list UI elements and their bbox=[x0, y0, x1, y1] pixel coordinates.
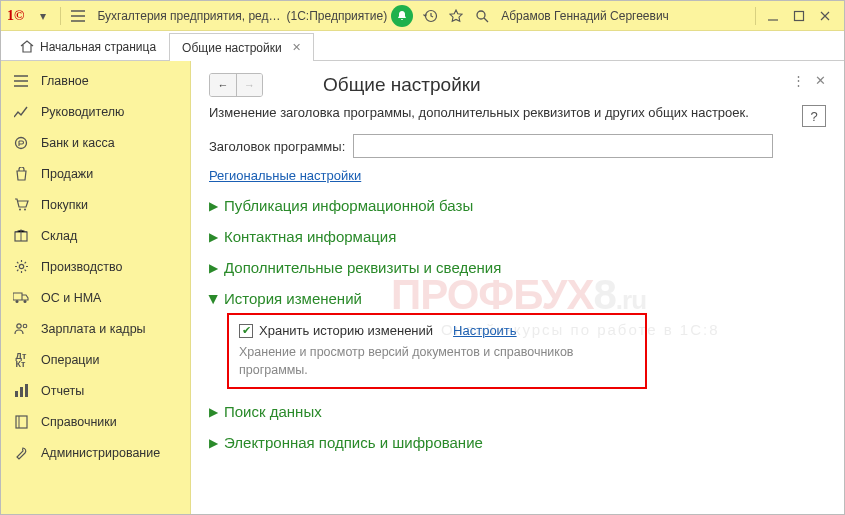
chevron-right-icon: ▶ bbox=[209, 405, 218, 419]
sidebar-item-label: Главное bbox=[41, 74, 89, 88]
tab-label: Начальная страница bbox=[40, 40, 156, 54]
section-title: История изменений bbox=[224, 290, 362, 307]
section-signature[interactable]: ▶ Электронная подпись и шифрование bbox=[209, 434, 826, 451]
chevron-right-icon: ▶ bbox=[209, 261, 218, 275]
svg-point-10 bbox=[16, 324, 20, 328]
page-title: Общие настройки bbox=[323, 74, 481, 96]
checkbox-label: Хранить историю изменений bbox=[259, 323, 433, 338]
configure-link[interactable]: Настроить bbox=[453, 323, 517, 338]
tabs-bar: Начальная страница Общие настройки ✕ bbox=[1, 31, 844, 61]
sidebar-item-label: Отчеты bbox=[41, 384, 84, 398]
coin-icon bbox=[13, 135, 29, 151]
section-extra[interactable]: ▶ Дополнительные реквизиты и сведения bbox=[209, 259, 826, 276]
menu-icon[interactable] bbox=[67, 5, 89, 27]
platform-label: (1С:Предприятие) bbox=[287, 9, 388, 23]
sidebar-item-production[interactable]: Производство bbox=[1, 251, 190, 282]
cart-icon bbox=[13, 197, 29, 213]
svg-rect-2 bbox=[795, 11, 804, 20]
forward-button[interactable]: → bbox=[236, 74, 262, 96]
field-label: Заголовок программы: bbox=[209, 139, 345, 154]
sidebar-item-purchases[interactable]: Покупки bbox=[1, 189, 190, 220]
page-description: Изменение заголовка программы, дополните… bbox=[209, 105, 826, 120]
program-title-input[interactable] bbox=[353, 134, 773, 158]
sidebar-item-assets[interactable]: ОС и НМА bbox=[1, 282, 190, 313]
svg-point-9 bbox=[24, 300, 27, 303]
sidebar-item-operations[interactable]: ДтКт Операции bbox=[1, 344, 190, 375]
svg-rect-15 bbox=[16, 416, 27, 428]
maximize-button[interactable] bbox=[788, 5, 810, 27]
minimize-button[interactable] bbox=[762, 5, 784, 27]
sidebar-item-label: Администрирование bbox=[41, 446, 160, 460]
box-icon bbox=[13, 228, 29, 244]
app-title: Бухгалтерия предприятия, ред… bbox=[97, 9, 280, 23]
sidebar-item-reports[interactable]: Отчеты bbox=[1, 375, 190, 406]
people-icon bbox=[13, 321, 29, 337]
sidebar-item-label: Справочники bbox=[41, 415, 117, 429]
dtkt-icon: ДтКт bbox=[13, 352, 29, 368]
close-tab-icon[interactable]: ✕ bbox=[292, 41, 301, 54]
chevron-right-icon: ▶ bbox=[209, 436, 218, 450]
svg-point-7 bbox=[19, 264, 23, 268]
section-publication[interactable]: ▶ Публикация информационной базы bbox=[209, 197, 826, 214]
close-window-button[interactable] bbox=[814, 5, 836, 27]
search-icon[interactable] bbox=[471, 5, 493, 27]
title-bar: 1© ▾ Бухгалтерия предприятия, ред… (1С:П… bbox=[1, 1, 844, 31]
section-title: Публикация информационной базы bbox=[224, 197, 473, 214]
sidebar-item-bank[interactable]: Банк и касса bbox=[1, 127, 190, 158]
sidebar-item-label: Зарплата и кадры bbox=[41, 322, 146, 336]
sidebar-item-salary[interactable]: Зарплата и кадры bbox=[1, 313, 190, 344]
svg-point-4 bbox=[19, 209, 21, 211]
section-contact[interactable]: ▶ Контактная информация bbox=[209, 228, 826, 245]
sidebar-item-admin[interactable]: Администрирование bbox=[1, 437, 190, 468]
sidebar-item-label: Банк и касса bbox=[41, 136, 115, 150]
menu-lines-icon bbox=[13, 73, 29, 89]
close-content-icon[interactable]: ✕ bbox=[815, 73, 826, 88]
section-title: Дополнительные реквизиты и сведения bbox=[224, 259, 501, 276]
svg-point-11 bbox=[23, 324, 27, 328]
bag-icon bbox=[13, 166, 29, 182]
bars-icon bbox=[13, 383, 29, 399]
tab-home[interactable]: Начальная страница bbox=[7, 32, 169, 60]
sidebar-item-warehouse[interactable]: Склад bbox=[1, 220, 190, 251]
section-search[interactable]: ▶ Поиск данных bbox=[209, 403, 826, 420]
gear-icon bbox=[13, 259, 29, 275]
trend-icon bbox=[13, 104, 29, 120]
app-logo: 1© bbox=[7, 8, 24, 24]
star-icon[interactable] bbox=[445, 5, 467, 27]
book-icon bbox=[13, 414, 29, 430]
tab-label: Общие настройки bbox=[182, 41, 282, 55]
store-history-checkbox[interactable]: ✔ bbox=[239, 324, 253, 338]
content-area: ПРОФБУХ8.ru Онлайн-курсы по работе в 1С:… bbox=[191, 61, 844, 514]
history-highlight-box: ✔ Хранить историю изменений Настроить Хр… bbox=[227, 313, 647, 389]
svg-point-5 bbox=[24, 209, 26, 211]
sidebar-item-label: Продажи bbox=[41, 167, 93, 181]
dropdown-icon[interactable]: ▾ bbox=[32, 5, 54, 27]
section-title: Контактная информация bbox=[224, 228, 396, 245]
notification-bell-icon[interactable] bbox=[391, 5, 413, 27]
nav-arrows: ← → bbox=[209, 73, 263, 97]
home-icon bbox=[20, 40, 34, 53]
tab-settings[interactable]: Общие настройки ✕ bbox=[169, 33, 314, 61]
sidebar-item-label: Склад bbox=[41, 229, 77, 243]
svg-point-1 bbox=[477, 11, 485, 19]
section-title: Поиск данных bbox=[224, 403, 322, 420]
more-icon[interactable]: ⋮ bbox=[792, 73, 805, 88]
sidebar-item-main[interactable]: Главное bbox=[1, 65, 190, 96]
user-label[interactable]: Абрамов Геннадий Сергеевич bbox=[501, 9, 751, 23]
truck-icon bbox=[13, 290, 29, 306]
svg-rect-14 bbox=[25, 384, 28, 397]
sidebar-item-sales[interactable]: Продажи bbox=[1, 158, 190, 189]
sidebar-item-label: Покупки bbox=[41, 198, 88, 212]
sidebar-item-refs[interactable]: Справочники bbox=[1, 406, 190, 437]
chevron-right-icon: ▶ bbox=[209, 230, 218, 244]
svg-rect-12 bbox=[15, 391, 18, 397]
sidebar-item-label: Руководителю bbox=[41, 105, 124, 119]
regional-settings-link[interactable]: Региональные настройки bbox=[209, 168, 361, 183]
chevron-right-icon: ▶ bbox=[209, 199, 218, 213]
back-button[interactable]: ← bbox=[210, 74, 236, 96]
sidebar-item-manager[interactable]: Руководителю bbox=[1, 96, 190, 127]
history-icon[interactable] bbox=[419, 5, 441, 27]
section-history[interactable]: ▶ История изменений bbox=[209, 290, 826, 307]
help-button[interactable]: ? bbox=[802, 105, 826, 127]
sidebar-item-label: Операции bbox=[41, 353, 99, 367]
